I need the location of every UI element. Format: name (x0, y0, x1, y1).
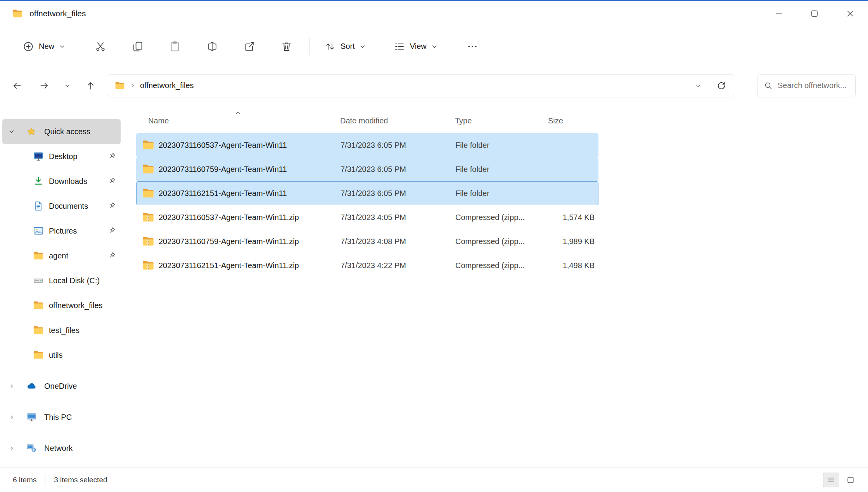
refresh-button[interactable] (712, 76, 731, 95)
forward-button[interactable] (33, 75, 55, 97)
zip-folder-icon (142, 235, 155, 248)
delete-button[interactable] (274, 35, 299, 58)
network-icon (26, 443, 37, 454)
sidebar-item-documents[interactable]: Documents (2, 194, 121, 218)
new-button-label: New (39, 42, 54, 51)
file-name: 20230731160537-Agent-Team-Win11 (159, 141, 287, 150)
chevron-right-icon[interactable] (130, 83, 135, 88)
chevron-down-icon (64, 83, 71, 89)
column-divider[interactable] (540, 115, 540, 127)
file-row[interactable]: 20230731160759-Agent-Team-Win11.zip 7/31… (136, 229, 598, 253)
chevron-down-icon[interactable] (8, 128, 16, 135)
column-divider[interactable] (447, 115, 447, 127)
folder-icon (114, 80, 125, 91)
file-size: 1,498 KB (540, 261, 598, 270)
search-box[interactable] (757, 74, 856, 97)
navigation-pane: Quick access Desktop Downloads Documents… (0, 104, 123, 467)
paste-button[interactable] (163, 35, 187, 58)
selected-count: 3 items selected (54, 476, 107, 484)
file-name: 20230731162151-Agent-Team-Win11 (159, 189, 287, 198)
delete-icon (281, 41, 292, 52)
sidebar-item-quick-access[interactable]: Quick access (2, 119, 121, 144)
column-headers: Name Date modified Type Size (123, 110, 868, 132)
sidebar-item-downloads[interactable]: Downloads (2, 169, 121, 194)
titlebar: offnetwork_files (0, 1, 868, 26)
chevron-right-icon[interactable] (8, 383, 16, 389)
downloads-icon (32, 176, 45, 187)
file-row[interactable]: 20230731162151-Agent-Team-Win11 7/31/202… (136, 181, 598, 205)
sort-button[interactable]: Sort (317, 35, 373, 58)
pin-icon (107, 177, 116, 185)
sidebar-item-label: Pictures (49, 227, 77, 236)
sidebar-item-agent[interactable]: agent (2, 243, 121, 268)
file-date: 7/31/2023 4:22 PM (335, 261, 447, 270)
cut-icon (95, 41, 106, 52)
chevron-right-icon[interactable] (8, 445, 16, 451)
more-options-button[interactable] (460, 35, 485, 58)
column-header-type[interactable]: Type (447, 116, 540, 125)
back-button[interactable] (6, 75, 28, 97)
chevron-down-icon (431, 43, 437, 50)
details-view-button[interactable] (823, 473, 839, 487)
sidebar-item-desktop[interactable]: Desktop (2, 144, 121, 169)
file-type: File folder (447, 165, 540, 174)
copy-button[interactable] (125, 35, 150, 58)
file-type: Compressed (zipp... (447, 213, 540, 222)
sidebar-item-label: Desktop (49, 152, 77, 161)
sidebar-item-network[interactable]: Network (2, 436, 121, 461)
address-bar[interactable]: offnetwork_files (108, 74, 734, 97)
large-icons-view-button[interactable] (842, 473, 859, 487)
file-type: File folder (447, 141, 540, 150)
close-icon (845, 9, 855, 19)
ellipsis-icon (467, 41, 478, 52)
file-row[interactable]: 20230731160537-Agent-Team-Win11 7/31/202… (136, 133, 598, 157)
paste-icon (169, 41, 181, 52)
arrow-up-icon (86, 81, 96, 91)
file-date: 7/31/2023 6:05 PM (335, 165, 447, 174)
column-divider[interactable] (603, 115, 603, 127)
sidebar-item-pictures[interactable]: Pictures (2, 218, 121, 243)
share-button[interactable] (237, 35, 262, 58)
folder-icon (142, 187, 155, 200)
sidebar-item-local-disk-c[interactable]: Local Disk (C:) (2, 268, 121, 293)
new-button[interactable]: New (16, 35, 72, 58)
item-count: 6 items (13, 476, 36, 484)
folder-icon (32, 324, 45, 336)
search-input[interactable] (778, 81, 851, 90)
navigation-bar: offnetwork_files (0, 68, 868, 104)
file-row[interactable]: 20230731160759-Agent-Team-Win11 7/31/202… (136, 157, 598, 181)
share-icon (244, 41, 255, 52)
address-dropdown-button[interactable] (689, 76, 707, 95)
rename-button[interactable] (200, 35, 225, 58)
clipboard-tools (88, 35, 299, 58)
column-header-name[interactable]: Name (136, 116, 335, 125)
column-divider[interactable] (335, 115, 335, 127)
up-button[interactable] (80, 75, 102, 97)
sidebar-item-label: OneDrive (44, 382, 77, 391)
document-icon (32, 201, 45, 211)
sidebar-item-offnetwork-files[interactable]: offnetwork_files (2, 293, 121, 318)
cut-button[interactable] (88, 35, 113, 58)
column-header-date-modified[interactable]: Date modified (335, 116, 447, 125)
sidebar-item-label: Quick access (44, 127, 90, 136)
breadcrumb[interactable]: offnetwork_files (140, 81, 194, 90)
arrow-right-icon (39, 81, 49, 91)
view-button[interactable]: View (387, 35, 444, 58)
large-icons-view-icon (846, 476, 855, 484)
folder-icon (142, 163, 155, 176)
file-row[interactable]: 20230731160537-Agent-Team-Win11.zip 7/31… (136, 205, 598, 229)
maximize-button[interactable] (797, 1, 832, 26)
chevron-right-icon[interactable] (8, 414, 16, 420)
file-row[interactable]: 20230731162151-Agent-Team-Win11.zip 7/31… (136, 253, 598, 277)
close-button[interactable] (832, 1, 868, 26)
toolbar-separator (80, 38, 80, 55)
sidebar-item-utils[interactable]: utils (2, 343, 121, 367)
sidebar-item-test-files[interactable]: test_files (2, 318, 121, 343)
minimize-button[interactable] (761, 1, 797, 26)
sidebar-item-onedrive[interactable]: OneDrive (2, 374, 121, 398)
recent-locations-button[interactable] (57, 75, 78, 97)
folder-icon (32, 250, 45, 262)
sidebar-item-this-pc[interactable]: This PC (2, 405, 121, 430)
view-button-label: View (410, 42, 427, 51)
column-header-size[interactable]: Size (540, 116, 603, 125)
